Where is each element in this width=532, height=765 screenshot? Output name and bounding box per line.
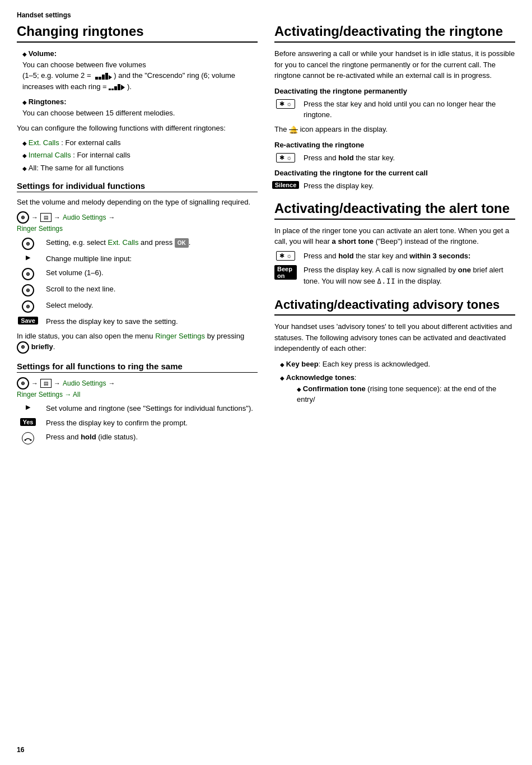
advisory-tones-title: Activating/deactivating advisory tones xyxy=(274,298,515,316)
svg-rect-1 xyxy=(30,439,32,441)
ringtones-section: Ringtones: You can choose between 15 dif… xyxy=(22,96,258,118)
star-key-1: ✱ ☼ xyxy=(276,99,295,109)
briefly-icon: ⊕ xyxy=(17,341,29,354)
activating-ringtone-title: Activating/deactivating the ringtone xyxy=(274,24,515,43)
acknowledge-sub-list: Confirmation tone (rising tone sequence)… xyxy=(297,383,515,405)
beep-on-key: Beep on xyxy=(274,265,297,280)
star-key-3: ✱ ☼ xyxy=(276,251,295,261)
advisory-tones-desc: Your handset uses 'advisory tones' to te… xyxy=(274,321,515,354)
left-column: Changing ringtones Volume: You can choos… xyxy=(17,24,258,448)
confirmation-tone-label: Confirmation tone xyxy=(303,384,366,393)
nav-icon-3: ⊕ xyxy=(22,284,34,296)
menu-nav-icon-2: ⊕ xyxy=(17,377,29,390)
yes-display-key: Yes xyxy=(20,418,36,426)
ringer-settings-label: Ringer Settings xyxy=(17,225,258,233)
page-header: Handset settings xyxy=(17,11,515,19)
instruction-row-change: ▶ Change multiple line input: xyxy=(17,253,258,265)
key-beep-label: Key beep xyxy=(286,360,319,368)
nav-path-all: ⊕ → ▤ → Audio Settings → xyxy=(17,377,258,390)
deactivating-current-row: Silence Press the display key. xyxy=(274,180,515,192)
beep-on-row: Beep on Press the display key. A call is… xyxy=(274,265,515,286)
silence-key: Silence xyxy=(272,181,300,189)
alert-star-row: ✱ ☼ Press and hold the star key and with… xyxy=(274,251,515,262)
menu-nav-icon: ⊕ xyxy=(17,211,29,224)
deactivating-current-title: Deactivating the ringtone for the curren… xyxy=(274,169,515,177)
reactivating-title: Re-activating the ringtone xyxy=(274,141,515,149)
individual-desc: Set the volume and melody depending on t… xyxy=(17,197,258,208)
configure-list: Ext. Calls : For external calls Internal… xyxy=(22,137,258,174)
save-display-key: Save xyxy=(18,317,38,324)
volume-desc: You can choose between five volumes (1–5… xyxy=(22,61,235,91)
end-call-icon xyxy=(22,432,34,444)
instruction-row-2: ⊕ Set volume (1–6). xyxy=(17,267,258,280)
configure-text: You can configure the following function… xyxy=(17,123,258,134)
instruction-row-1: ⊕ Setting, e.g. select Ext. Calls and pr… xyxy=(17,237,258,250)
instruction-row-set-all: ▶ Set volume and ringtone (see "Settings… xyxy=(17,403,258,414)
muted-bell-icon: 🔔 xyxy=(289,125,298,133)
deactivating-permanently-title: Deactivating the ringtone permanently xyxy=(274,87,515,95)
instruction-row-yes: Yes Press the display key to confirm the… xyxy=(17,418,258,429)
ringtones-label: Ringtones: xyxy=(29,98,67,106)
nav-icon-4: ⊕ xyxy=(22,300,34,313)
volume-section: Volume: You can choose between five volu… xyxy=(22,48,258,92)
activating-ringtone-desc: Before answering a call or while your ha… xyxy=(274,48,515,81)
instruction-row-save: Save Press the display key to save the s… xyxy=(17,316,258,327)
svg-rect-0 xyxy=(25,439,26,441)
right-column: Activating/deactivating the ringtone Bef… xyxy=(274,24,515,448)
idle-text: In idle status, you can also open the me… xyxy=(17,331,258,354)
all-functions-title: Settings for all functions to ring the s… xyxy=(17,361,258,373)
reactivating-row: ✱ ☼ Press and hold the star key. xyxy=(274,152,515,164)
instruction-row-end-call: Press and hold (idle status). xyxy=(17,432,258,444)
instruction-row-3: ⊕ Scroll to the next line. xyxy=(17,284,258,296)
activating-alert-desc: In place of the ringer tone you can acti… xyxy=(274,225,515,247)
activating-alert-title: Activating/deactivating the alert tone xyxy=(274,201,515,220)
instruction-row-4: ⊕ Select melody. xyxy=(17,300,258,313)
acknowledge-tones-label: Acknowledge tones xyxy=(286,373,354,382)
star-key-2: ✱ ☼ xyxy=(276,153,295,163)
audio-menu-icon: ▤ xyxy=(40,213,52,222)
ok-key-1: OK xyxy=(175,238,189,248)
nav-icon-1: ⊕ xyxy=(22,238,34,250)
alert-display-icon: Δ.ΙΙ xyxy=(377,276,396,286)
main-title: Changing ringtones xyxy=(17,24,258,43)
audio-menu-icon-2: ▤ xyxy=(40,379,52,388)
nav-icon-2: ⊕ xyxy=(22,268,34,280)
advisory-items-list: Key beep: Each key press is acknowledged… xyxy=(280,359,515,405)
nav-path-individual: ⊕ → ▤ → Audio Settings → xyxy=(17,211,258,224)
individual-functions-title: Settings for individual functions xyxy=(17,181,258,192)
ringtones-desc: You can choose between 15 different melo… xyxy=(22,109,175,117)
page-number: 16 xyxy=(17,746,24,754)
volume-label: Volume: xyxy=(29,49,57,58)
ringer-settings-all-label: Ringer Settings → All xyxy=(17,391,258,398)
muted-icon-text: The 🔔 icon appears in the display. xyxy=(274,124,515,135)
deactivating-permanently-row: ✱ ☼ Press the star key and hold until yo… xyxy=(274,99,515,120)
